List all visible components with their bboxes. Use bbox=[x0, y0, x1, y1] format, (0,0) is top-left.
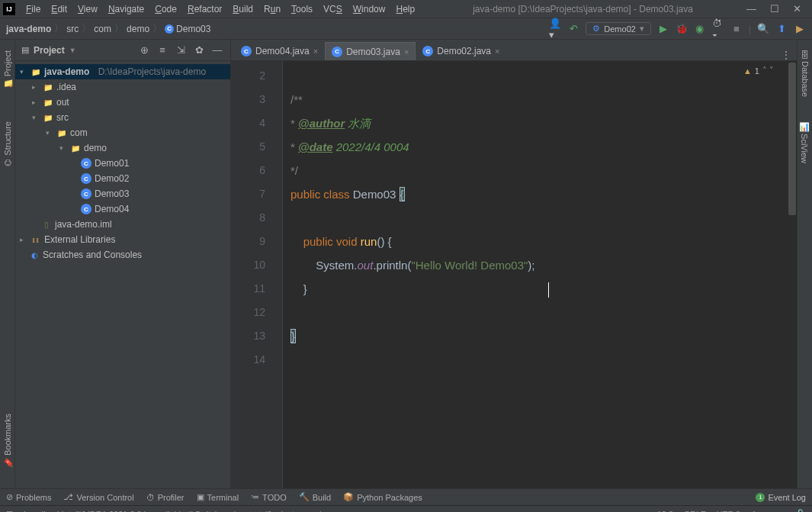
project-panel-title[interactable]: Project bbox=[34, 45, 65, 56]
tree-iml[interactable]: ▯java-demo.iml bbox=[15, 217, 230, 232]
maximize-icon[interactable]: ☐ bbox=[770, 3, 779, 14]
tab-close-icon[interactable]: × bbox=[404, 47, 409, 56]
tab-close-icon[interactable]: × bbox=[495, 47, 499, 56]
tool-sciview-tab[interactable]: 📊 SciView bbox=[798, 117, 811, 168]
run-config-selector[interactable]: ⚙ Demo02 ▾ bbox=[586, 22, 651, 35]
profile-icon[interactable]: ⏱▾ bbox=[712, 23, 724, 35]
status-line-separator[interactable]: CRLF bbox=[684, 510, 706, 513]
run-config-icon: ⚙ bbox=[592, 24, 600, 34]
status-indent[interactable]: 4 spaces bbox=[751, 510, 785, 513]
navigation-bar: java-demo 〉 src 〉 com 〉 demo 〉 CDemo03 👤… bbox=[0, 18, 812, 40]
menu-code[interactable]: Code bbox=[150, 2, 181, 16]
tree-external-libs[interactable]: ▸⫾⫾External Libraries bbox=[15, 232, 230, 247]
code-area[interactable]: /** * @author 水滴 * @date 2022/4/4 0004 *… bbox=[283, 61, 797, 488]
tab-demo04[interactable]: CDemo04.java× bbox=[234, 42, 325, 60]
window-controls: — ☐ ✕ bbox=[746, 3, 801, 14]
inspection-widget[interactable]: ▲ 1 ˄ ˅ bbox=[743, 66, 774, 76]
select-opened-icon[interactable]: ⊕ bbox=[137, 44, 151, 56]
crumb-project[interactable]: java-demo bbox=[6, 24, 51, 34]
editor-scrollbar[interactable] bbox=[788, 61, 797, 488]
menu-vcs[interactable]: VCS bbox=[319, 2, 347, 16]
tree-demo04[interactable]: CDemo04 bbox=[15, 201, 230, 217]
tree-out[interactable]: ▸📁out bbox=[15, 95, 230, 110]
editor-body[interactable]: 2 3 4 5 6 7 8 9 10 11 12 13 14 /** * @au… bbox=[231, 61, 797, 488]
tab-close-icon[interactable]: × bbox=[313, 47, 318, 56]
menu-window[interactable]: Window bbox=[348, 2, 390, 16]
close-icon[interactable]: ✕ bbox=[793, 3, 801, 14]
collapse-all-icon[interactable]: ⇲ bbox=[174, 44, 188, 56]
status-window-icon[interactable]: ⊞ bbox=[6, 509, 13, 512]
hide-panel-icon[interactable]: — bbox=[210, 44, 224, 56]
status-message[interactable]: Localized IntelliJ IDEA 2021.3.3 is avai… bbox=[24, 510, 647, 513]
menu-tools[interactable]: Tools bbox=[287, 2, 317, 16]
menu-view[interactable]: View bbox=[73, 2, 102, 16]
status-position[interactable]: 13:2 bbox=[657, 510, 673, 513]
tool-profiler[interactable]: ⏱ Profiler bbox=[146, 493, 185, 502]
scrollbar-thumb[interactable] bbox=[788, 63, 796, 215]
tool-build[interactable]: 🔨 Build bbox=[299, 492, 331, 502]
stop-icon[interactable]: ■ bbox=[730, 23, 743, 35]
menu-build[interactable]: Build bbox=[228, 2, 258, 16]
editor-area: CDemo04.java× CDemo03.java× CDemo02.java… bbox=[231, 40, 797, 488]
tree-root[interactable]: ▾📁 java-demo D:\IdeaProjects\java-demo bbox=[15, 64, 230, 79]
tab-demo03[interactable]: CDemo03.java× bbox=[325, 42, 416, 60]
left-tool-stripe: 📁Project ⌬Structure 🔖Bookmarks bbox=[0, 40, 15, 488]
status-bar: ⊞ Localized IntelliJ IDEA 2021.3.3 is av… bbox=[0, 505, 812, 512]
back-icon[interactable]: ↶ bbox=[567, 23, 579, 35]
crumb-class[interactable]: CDemo03 bbox=[165, 24, 210, 34]
tool-structure-tab[interactable]: ⌬Structure bbox=[1, 117, 14, 171]
toolbar-right: 👤▾ ↶ ⚙ Demo02 ▾ ▶ 🐞 ◉ ⏱▾ ■ | 🔍 ⬆ ▶ bbox=[549, 22, 806, 35]
tool-terminal[interactable]: ▣ Terminal bbox=[197, 492, 239, 502]
debug-icon[interactable]: 🐞 bbox=[676, 23, 688, 35]
tree-src[interactable]: ▾📁src bbox=[15, 110, 230, 125]
readonly-lock-icon[interactable]: 🔓 bbox=[795, 509, 806, 512]
menu-run[interactable]: Run bbox=[259, 2, 285, 16]
tab-menu-icon[interactable]: ⋮ bbox=[782, 50, 791, 60]
right-tool-stripe: 🗄 Database 📊 SciView bbox=[797, 40, 812, 488]
tool-todo[interactable]: ≔ TODO bbox=[251, 492, 287, 502]
tool-problems[interactable]: ⊘ Problems bbox=[6, 492, 51, 502]
tree-demo01[interactable]: CDemo01 bbox=[15, 156, 230, 171]
crumb-src[interactable]: src bbox=[66, 24, 79, 34]
window-title: java-demo [D:\IdeaProjects\java-demo] - … bbox=[473, 4, 693, 14]
project-tree: ▾📁 java-demo D:\IdeaProjects\java-demo ▸… bbox=[15, 61, 230, 266]
project-panel-header: ▤ Project ▼ ⊕ ≡ ⇲ ✿ — bbox=[15, 40, 230, 61]
menu-edit[interactable]: Edit bbox=[47, 2, 72, 16]
run-icon[interactable]: ▶ bbox=[657, 23, 669, 35]
tool-event-log[interactable]: 1Event Log bbox=[756, 493, 806, 502]
breadcrumbs: java-demo 〉 src 〉 com 〉 demo 〉 CDemo03 bbox=[6, 22, 210, 35]
editor-gutter: 2 3 4 5 6 7 8 9 10 11 12 13 14 bbox=[231, 61, 283, 488]
menu-refactor[interactable]: Refactor bbox=[183, 2, 226, 16]
tool-version-control[interactable]: ⎇ Version Control bbox=[63, 492, 133, 502]
text-cursor bbox=[548, 282, 549, 298]
warning-icon: ▲ bbox=[743, 66, 752, 76]
crumb-demo[interactable]: demo bbox=[127, 24, 149, 34]
status-encoding[interactable]: UTF-8 bbox=[717, 510, 740, 513]
tool-database-tab[interactable]: 🗄 Database bbox=[799, 46, 811, 101]
tool-bookmarks-tab[interactable]: 🔖Bookmarks bbox=[1, 409, 14, 473]
tree-idea[interactable]: ▸📁.idea bbox=[15, 79, 230, 95]
minimize-icon[interactable]: — bbox=[746, 3, 756, 14]
update-icon[interactable]: ⬆ bbox=[775, 23, 788, 35]
coverage-icon[interactable]: ◉ bbox=[694, 23, 706, 35]
crumb-com[interactable]: com bbox=[94, 24, 111, 34]
tree-demo[interactable]: ▾📁demo bbox=[15, 140, 230, 156]
search-icon[interactable]: 🔍 bbox=[757, 23, 769, 35]
tree-scratches[interactable]: ◐Scratches and Consoles bbox=[15, 247, 230, 262]
tool-python-packages[interactable]: 📦 Python Packages bbox=[343, 492, 422, 502]
user-icon[interactable]: 👤▾ bbox=[549, 23, 561, 35]
tool-project-tab[interactable]: 📁Project bbox=[1, 46, 14, 94]
tree-com[interactable]: ▾📁com bbox=[15, 125, 230, 140]
expand-all-icon[interactable]: ≡ bbox=[156, 44, 169, 56]
project-panel: ▤ Project ▼ ⊕ ≡ ⇲ ✿ — ▾📁 java-demo D:\Id… bbox=[15, 40, 231, 488]
menu-file[interactable]: File bbox=[21, 2, 45, 16]
menu-navigate[interactable]: Navigate bbox=[104, 2, 149, 16]
app-logo-icon: IJ bbox=[3, 3, 15, 15]
tab-demo02[interactable]: CDemo02.java× bbox=[416, 42, 506, 60]
menu-help[interactable]: Help bbox=[391, 2, 419, 16]
main-area: 📁Project ⌬Structure 🔖Bookmarks ▤ Project… bbox=[0, 40, 812, 488]
tree-demo02[interactable]: CDemo02 bbox=[15, 171, 230, 186]
settings-icon[interactable]: ✿ bbox=[192, 44, 206, 56]
ide-features-icon[interactable]: ▶ bbox=[794, 23, 806, 35]
tree-demo03[interactable]: CDemo03 bbox=[15, 186, 230, 201]
